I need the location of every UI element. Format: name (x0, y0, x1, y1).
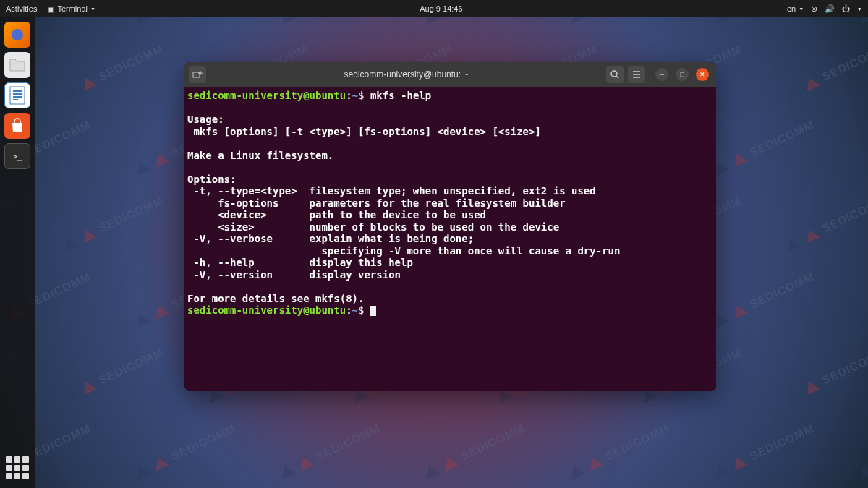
minimize-button[interactable]: ─ (655, 68, 668, 81)
terminal-icon: ▣ (47, 4, 54, 14)
top-bar: Activities ▣ Terminal ▼ Aug 9 14:46 en ▼… (0, 0, 868, 17)
software-launcher[interactable] (4, 113, 30, 139)
language-indicator[interactable]: en ▼ (787, 4, 804, 13)
terminal-output[interactable]: sedicomm-university@ubuntu:~$ mkfs -help… (184, 87, 716, 391)
search-icon (610, 70, 619, 79)
hamburger-icon (632, 70, 641, 79)
activities-button[interactable]: Activities (6, 4, 37, 13)
terminal-launcher[interactable]: >_ (4, 143, 30, 169)
svg-line-9 (616, 76, 618, 78)
libreoffice-launcher[interactable] (4, 82, 30, 108)
search-button[interactable] (606, 66, 624, 83)
app-menu-label: Terminal (57, 4, 88, 13)
new-tab-button[interactable] (189, 66, 206, 83)
close-button[interactable]: ✕ (696, 68, 709, 81)
volume-icon[interactable]: 🔊 (825, 4, 835, 14)
power-icon[interactable]: ⏻ (842, 4, 850, 13)
document-icon (9, 86, 25, 105)
tab-plus-icon (192, 69, 203, 80)
show-applications-button[interactable] (6, 456, 29, 479)
dock: >_ (0, 17, 35, 488)
chevron-down-icon: ▼ (799, 7, 804, 12)
network-icon[interactable]: ⊚ (811, 4, 817, 14)
chevron-down-icon: ▼ (857, 7, 862, 12)
chevron-down-icon: ▼ (90, 7, 95, 12)
firefox-launcher[interactable] (4, 22, 30, 48)
maximize-button[interactable]: □ (676, 68, 689, 81)
folder-icon (9, 58, 26, 72)
svg-rect-0 (10, 87, 25, 104)
svg-point-8 (611, 71, 617, 77)
terminal-window: sedicomm-university@ubuntu: ~ ─ □ ✕ sedi… (184, 62, 716, 391)
clock[interactable]: Aug 9 14:46 (420, 4, 462, 13)
lang-label: en (787, 4, 796, 13)
files-launcher[interactable] (4, 52, 30, 78)
menu-button[interactable] (628, 66, 645, 83)
window-title: sedicomm-university@ubuntu: ~ (210, 69, 602, 80)
shopping-bag-icon (9, 118, 25, 134)
app-menu[interactable]: ▣ Terminal ▼ (47, 4, 95, 14)
window-titlebar[interactable]: sedicomm-university@ubuntu: ~ ─ □ ✕ (184, 62, 716, 87)
